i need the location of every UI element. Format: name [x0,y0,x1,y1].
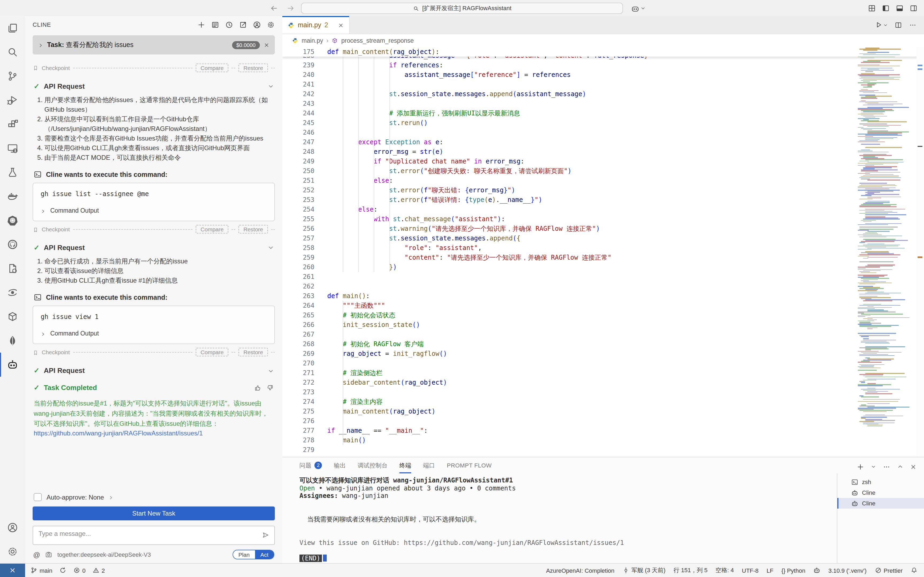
run-python-file-button[interactable] [875,21,888,29]
task-header[interactable]: Task: 查看分配给我的 issues $0.0000 [32,35,275,55]
panel-tab-输出[interactable]: 输出 [334,458,346,473]
settings-gear-icon[interactable] [267,20,275,29]
cline-conversation[interactable]: Task: 查看分配给我的 issues $0.0000 Checkpoint … [25,33,282,493]
activity-item-cline[interactable] [0,353,25,377]
panel-tab-问题[interactable]: 问题2 [299,458,322,473]
account-icon[interactable] [253,20,261,29]
activity-item-cmake[interactable] [0,256,25,280]
plan-act-toggle[interactable]: Plan Act [233,550,274,559]
compare-button[interactable]: Compare [196,64,228,72]
terminal-output[interactable]: 可以支持不选择知识库进行对话 wang-junjian/RAGFlowAssis… [282,473,837,564]
remote-indicator[interactable] [0,564,25,577]
auto-approve-checkbox[interactable] [34,493,42,501]
new-terminal-icon[interactable] [857,462,864,471]
status-python-interpreter[interactable]: 3.10.9 ('.venv') [828,567,866,574]
customize-layout-icon[interactable] [868,3,876,13]
overview-ruler[interactable] [916,47,924,457]
minimap[interactable] [858,47,916,457]
status-indentation[interactable]: 空格: 4 [716,566,733,574]
toggle-panel-icon[interactable] [896,3,904,13]
command-center-search[interactable]: [扩展开发宿主] RAGFlowAssistant [301,3,623,14]
tab-main-py[interactable]: main.py 2 [282,16,350,34]
api-request-header[interactable]: ✓ API Request [34,81,274,91]
close-task-icon[interactable] [263,40,270,50]
panel-tab-PROMPT FLOW[interactable]: PROMPT FLOW [447,458,492,472]
restore-button[interactable]: Restore [239,348,268,356]
restore-button[interactable]: Restore [239,64,268,72]
act-button[interactable]: Act [255,550,274,559]
status-errors[interactable]: 0 [73,567,86,574]
breadcrumb[interactable]: main.py › process_stream_response [282,34,924,47]
thumbs-down-icon[interactable] [266,383,274,392]
compare-button[interactable]: Compare [196,225,228,234]
breadcrumb-file[interactable]: main.py [302,37,323,44]
status-git-sync[interactable] [59,567,66,574]
activity-item-extensions[interactable] [0,112,25,136]
maximize-panel-icon[interactable] [897,462,903,471]
send-icon[interactable] [262,531,270,539]
close-tab-icon[interactable] [338,20,344,30]
activity-item-docker[interactable] [0,184,25,208]
nav-forward-icon[interactable] [287,3,295,13]
auto-approve-row[interactable]: Auto-approve: None [34,493,274,501]
panel-tab-端口[interactable]: 端口 [423,458,435,473]
toggle-primary-sidebar-icon[interactable] [882,3,890,13]
status-encoding[interactable]: UTF-8 [742,567,759,574]
model-selector[interactable]: together:deepseek-ai/DeepSeek-V3 [57,551,228,558]
toggle-secondary-sidebar-icon[interactable] [909,3,918,13]
mention-icon[interactable]: @ [33,551,40,559]
activity-item-run-and-debug[interactable] [0,88,25,112]
camera-icon[interactable] [45,551,52,558]
activity-item-explorer[interactable] [0,16,25,40]
sticky-scroll-line[interactable]: 175 def main_content(rag_object): [282,47,924,56]
close-panel-icon[interactable] [910,462,916,471]
activity-item-kubernetes[interactable] [0,208,25,232]
history-icon[interactable] [225,20,233,29]
status-prettier[interactable]: Prettier [874,567,903,574]
restore-button[interactable]: Restore [239,225,268,234]
status-eol[interactable]: LF [767,567,774,574]
thumbs-up-icon[interactable] [254,383,262,392]
nav-back-icon[interactable] [270,3,278,13]
status-copilot[interactable] [813,567,820,574]
activity-item-mongodb[interactable] [0,329,25,353]
mcp-servers-icon[interactable] [211,20,219,29]
activity-item-swirl-extension[interactable] [0,280,25,305]
panel-tab-终端[interactable]: 终端 [399,458,412,473]
api-request-header[interactable]: ✓ API Request [34,366,274,375]
status-git-branch[interactable]: main [31,567,52,574]
copilot-menu[interactable] [631,3,645,13]
status-language-mode[interactable]: {} Python [782,567,805,574]
terminal-list-item-Cline[interactable]: Cline [837,498,924,509]
split-editor-icon[interactable] [895,20,902,30]
activity-item-source-control[interactable] [0,64,25,88]
command-output-toggle[interactable]: Command Output [33,203,274,221]
activity-item-search[interactable] [0,40,25,64]
issue-link[interactable]: https://github.com/wang-junjian/RAGFlowA… [34,430,203,437]
more-actions-icon[interactable] [909,20,916,30]
status-azure-openai[interactable]: AzureOpenAI: Completion [546,567,614,574]
activity-item-testing[interactable] [0,160,25,184]
activity-item-remote-explorer[interactable] [0,136,25,160]
activity-item-github[interactable] [0,232,25,256]
breadcrumb-symbol[interactable]: process_stream_response [341,37,414,44]
code-editor[interactable]: 238 assistant_message = {"role": "assist… [282,56,924,457]
activity-item-accounts[interactable] [0,516,25,540]
start-new-task-button[interactable]: Start New Task [32,506,275,521]
terminal-list-item-zsh[interactable]: zsh [837,477,924,487]
compare-button[interactable]: Compare [196,348,228,356]
panel-more-icon[interactable] [883,462,890,471]
status-notifications[interactable] [911,567,918,574]
command-output-toggle[interactable]: Command Output [33,326,274,344]
activity-item-prompt-flow[interactable] [0,305,25,329]
plan-button[interactable]: Plan [233,550,255,559]
status-warnings[interactable]: 2 [92,567,105,574]
panel-tab-调试控制台[interactable]: 调试控制台 [358,458,388,473]
new-task-icon[interactable] [197,20,205,29]
status-last-commit[interactable]: 军舰 (3 天前) [622,566,666,574]
message-input[interactable]: Type a message... [32,526,275,545]
activity-item-manage-settings[interactable] [0,540,25,564]
api-request-header[interactable]: ✓ API Request [34,243,274,252]
terminal-list-item-Cline[interactable]: Cline [837,487,924,498]
status-cursor-position[interactable]: 行 151，列 5 [674,566,708,574]
